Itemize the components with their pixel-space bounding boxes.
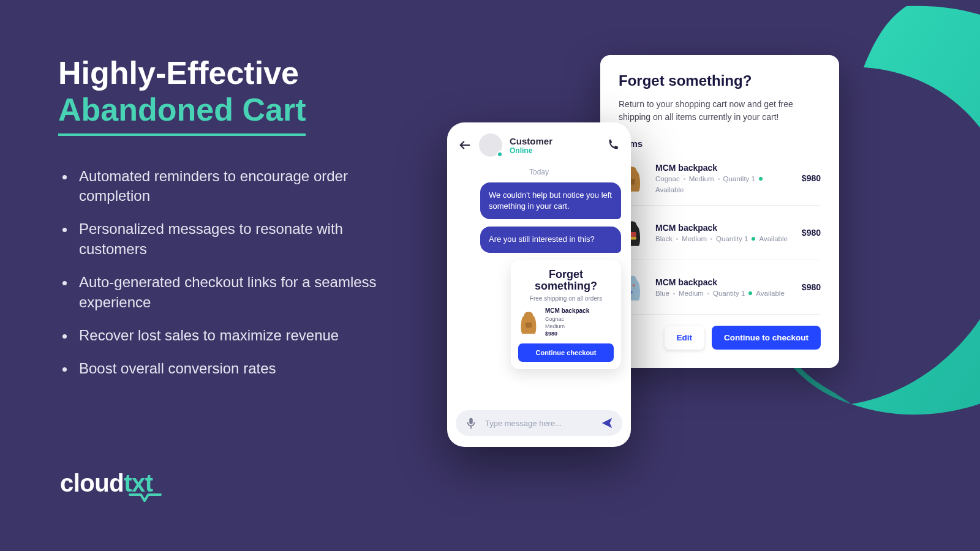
item-size: Medium	[689, 175, 714, 182]
cart-line-item: MCM backpack Black Medium Quantity 1 Ava…	[619, 206, 821, 260]
logo: cloudtxt	[60, 470, 153, 497]
backpack-icon	[518, 309, 539, 335]
item-price: $980	[802, 173, 821, 183]
mini-item-price: $980	[545, 330, 589, 337]
microphone-icon[interactable]	[464, 416, 478, 430]
email-items-header: Items	[619, 138, 821, 149]
send-icon[interactable]	[600, 416, 614, 430]
phone-preview: Customer Online Today We couldn't help b…	[447, 122, 631, 447]
bullet-item: Boost overall conversion rates	[75, 359, 401, 378]
logo-underline-icon	[129, 492, 162, 503]
customer-status: Online	[510, 146, 599, 155]
mini-ship-text: Free shipping on all orders	[518, 295, 614, 302]
edit-button[interactable]: Edit	[665, 326, 705, 350]
message-input[interactable]: Type message here...	[485, 419, 593, 428]
bullet-item: Recover lost sales to maximize revenue	[75, 326, 401, 345]
presence-dot-icon	[497, 151, 503, 157]
day-label: Today	[447, 168, 631, 176]
cart-line-item: MCM backpack Cognac Medium Quantity 1 Av…	[619, 151, 821, 206]
customer-name: Customer	[510, 136, 599, 146]
phone-call-icon[interactable]	[606, 138, 620, 152]
item-qty: Quantity 1	[716, 235, 748, 242]
logo-part1: cloud	[60, 470, 124, 497]
item-availability: Available	[759, 235, 787, 242]
item-availability: Available	[756, 290, 784, 297]
mini-continue-checkout-button[interactable]: Continue checkout	[518, 343, 614, 362]
item-color: Black	[655, 235, 673, 242]
headline: Highly-Effective Abandoned Cart	[58, 55, 401, 136]
message-bubble: Are you still interested in this?	[480, 227, 621, 252]
item-meta: Black Medium Quantity 1 Available	[655, 235, 791, 242]
bullet-item: Auto-generated checkout links for a seam…	[75, 272, 401, 312]
chat-header: Customer Online	[447, 122, 631, 164]
item-qty: Quantity 1	[713, 290, 745, 297]
item-name: MCM backpack	[655, 223, 791, 233]
item-size: Medium	[682, 235, 707, 242]
item-price: $980	[802, 228, 821, 238]
item-availability: Available	[655, 186, 684, 193]
svg-point-4	[633, 284, 635, 287]
continue-checkout-button[interactable]: Continue to checkout	[712, 326, 821, 350]
item-meta: Blue Medium Quantity 1 Available	[655, 290, 791, 297]
svg-rect-7	[469, 418, 473, 424]
feature-bullets: Automated reminders to encourage order c…	[75, 167, 401, 379]
message-bubble: We couldn't help but notice you left som…	[480, 182, 621, 219]
cart-line-item: MCM backpack Blue Medium Quantity 1 Avai…	[619, 260, 821, 315]
messages-pane: We couldn't help but notice you left som…	[447, 182, 631, 402]
email-preview-card: Forget something? Return to your shoppin…	[600, 55, 839, 368]
headline-line2: Abandoned Cart	[58, 92, 306, 136]
item-name: MCM backpack	[655, 277, 791, 287]
message-composer[interactable]: Type message here...	[456, 410, 622, 436]
item-meta: Cognac Medium Quantity 1 Available	[655, 175, 791, 193]
item-name: MCM backpack	[655, 163, 791, 173]
email-subtitle: Return to your shopping cart now and get…	[619, 98, 821, 124]
item-size: Medium	[679, 290, 704, 297]
mini-item-name: MCM backpack	[545, 307, 589, 315]
item-color: Blue	[655, 290, 669, 297]
mini-item-color: Cognac	[545, 315, 589, 323]
mini-title: Forgetsomething?	[518, 269, 614, 293]
item-qty: Quantity 1	[723, 175, 755, 182]
avatar	[479, 133, 502, 157]
mini-cart-card: Forgetsomething? Free shipping on all or…	[511, 260, 621, 370]
mini-item-size: Medium	[545, 323, 589, 330]
mini-item-info: MCM backpack Cognac Medium $980	[545, 307, 589, 337]
back-arrow-icon[interactable]	[458, 138, 472, 152]
svg-rect-6	[526, 323, 532, 328]
bullet-item: Automated reminders to encourage order c…	[75, 167, 401, 206]
item-price: $980	[802, 282, 821, 292]
item-color: Cognac	[655, 175, 680, 182]
email-title: Forget something?	[619, 72, 821, 89]
bullet-item: Personalized messages to resonate with c…	[75, 219, 401, 259]
headline-line1: Highly-Effective	[58, 55, 299, 91]
